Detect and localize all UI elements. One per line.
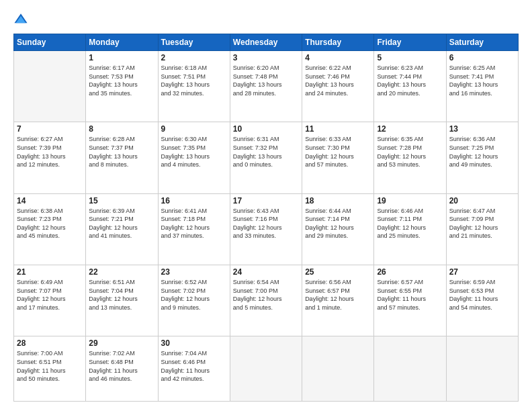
calendar-cell: 10Sunrise: 6:31 AM Sunset: 7:32 PM Dayli…: [230, 122, 302, 193]
day-number: 20: [449, 196, 515, 205]
day-info: Sunrise: 6:57 AM Sunset: 6:55 PM Dayligh…: [377, 278, 443, 312]
day-number: 21: [17, 267, 83, 277]
day-number: 10: [233, 124, 299, 134]
day-info: Sunrise: 6:52 AM Sunset: 7:02 PM Dayligh…: [161, 278, 227, 312]
day-number: 27: [449, 267, 515, 277]
day-info: Sunrise: 6:44 AM Sunset: 7:14 PM Dayligh…: [305, 207, 371, 240]
day-number: 7: [17, 124, 83, 134]
day-info: Sunrise: 6:38 AM Sunset: 7:23 PM Dayligh…: [17, 207, 83, 240]
day-info: Sunrise: 6:56 AM Sunset: 6:57 PM Dayligh…: [305, 278, 371, 312]
calendar-cell: 13Sunrise: 6:36 AM Sunset: 7:25 PM Dayli…: [446, 122, 518, 193]
logo-icon: [13, 12, 28, 27]
calendar-cell: 1Sunrise: 6:17 AM Sunset: 7:53 PM Daylig…: [86, 51, 158, 122]
day-info: Sunrise: 6:18 AM Sunset: 7:51 PM Dayligh…: [161, 64, 227, 97]
calendar-cell: 22Sunrise: 6:51 AM Sunset: 7:04 PM Dayli…: [86, 265, 158, 336]
day-header-friday: Friday: [374, 34, 446, 51]
day-number: 16: [161, 196, 227, 205]
day-info: Sunrise: 6:20 AM Sunset: 7:48 PM Dayligh…: [233, 64, 299, 97]
day-number: 24: [233, 267, 299, 277]
week-row-1: 1Sunrise: 6:17 AM Sunset: 7:53 PM Daylig…: [14, 51, 519, 122]
week-row-5: 28Sunrise: 7:00 AM Sunset: 6:51 PM Dayli…: [14, 336, 519, 402]
calendar-cell: 6Sunrise: 6:25 AM Sunset: 7:41 PM Daylig…: [446, 51, 518, 122]
day-info: Sunrise: 6:47 AM Sunset: 7:09 PM Dayligh…: [449, 207, 515, 240]
day-info: Sunrise: 6:23 AM Sunset: 7:44 PM Dayligh…: [377, 64, 443, 97]
calendar-cell: 12Sunrise: 6:35 AM Sunset: 7:28 PM Dayli…: [374, 122, 446, 193]
calendar-cell: 24Sunrise: 6:54 AM Sunset: 7:00 PM Dayli…: [230, 265, 302, 336]
calendar-cell: 27Sunrise: 6:59 AM Sunset: 6:53 PM Dayli…: [446, 265, 518, 336]
calendar-cell: [446, 336, 518, 402]
calendar: SundayMondayTuesdayWednesdayThursdayFrid…: [13, 34, 519, 402]
calendar-cell: 25Sunrise: 6:56 AM Sunset: 6:57 PM Dayli…: [302, 265, 374, 336]
day-number: 25: [305, 267, 371, 277]
day-number: 1: [89, 53, 154, 62]
day-info: Sunrise: 6:36 AM Sunset: 7:25 PM Dayligh…: [449, 135, 515, 169]
day-info: Sunrise: 6:46 AM Sunset: 7:11 PM Dayligh…: [377, 207, 443, 240]
day-number: 11: [305, 124, 371, 134]
calendar-cell: 26Sunrise: 6:57 AM Sunset: 6:55 PM Dayli…: [374, 265, 446, 336]
calendar-cell: 3Sunrise: 6:20 AM Sunset: 7:48 PM Daylig…: [230, 51, 302, 122]
calendar-cell: 4Sunrise: 6:22 AM Sunset: 7:46 PM Daylig…: [302, 51, 374, 122]
day-info: Sunrise: 6:59 AM Sunset: 6:53 PM Dayligh…: [449, 278, 515, 312]
day-header-thursday: Thursday: [302, 34, 374, 51]
day-number: 29: [89, 338, 154, 348]
calendar-cell: 17Sunrise: 6:43 AM Sunset: 7:16 PM Dayli…: [230, 193, 302, 265]
week-row-3: 14Sunrise: 6:38 AM Sunset: 7:23 PM Dayli…: [14, 193, 519, 265]
day-number: 15: [89, 196, 154, 205]
calendar-cell: 29Sunrise: 7:02 AM Sunset: 6:48 PM Dayli…: [86, 336, 158, 402]
day-info: Sunrise: 6:17 AM Sunset: 7:53 PM Dayligh…: [89, 64, 154, 97]
day-info: Sunrise: 6:27 AM Sunset: 7:39 PM Dayligh…: [17, 135, 83, 169]
calendar-cell: 2Sunrise: 6:18 AM Sunset: 7:51 PM Daylig…: [158, 51, 230, 122]
day-number: 23: [161, 267, 227, 277]
day-number: 12: [377, 124, 443, 134]
day-info: Sunrise: 6:30 AM Sunset: 7:35 PM Dayligh…: [161, 135, 227, 169]
day-info: Sunrise: 6:33 AM Sunset: 7:30 PM Dayligh…: [305, 135, 371, 169]
calendar-cell: 28Sunrise: 7:00 AM Sunset: 6:51 PM Dayli…: [14, 336, 86, 402]
day-header-monday: Monday: [86, 34, 158, 51]
day-info: Sunrise: 6:35 AM Sunset: 7:28 PM Dayligh…: [377, 135, 443, 169]
day-number: 8: [89, 124, 154, 134]
calendar-cell: [230, 336, 302, 402]
day-header-wednesday: Wednesday: [230, 34, 302, 51]
day-info: Sunrise: 6:43 AM Sunset: 7:16 PM Dayligh…: [233, 207, 299, 240]
logo: [13, 12, 31, 27]
calendar-cell: 14Sunrise: 6:38 AM Sunset: 7:23 PM Dayli…: [14, 193, 86, 265]
day-info: Sunrise: 6:51 AM Sunset: 7:04 PM Dayligh…: [89, 278, 154, 312]
calendar-cell: 5Sunrise: 6:23 AM Sunset: 7:44 PM Daylig…: [374, 51, 446, 122]
day-info: Sunrise: 7:02 AM Sunset: 6:48 PM Dayligh…: [89, 349, 154, 383]
header: [13, 12, 519, 27]
day-info: Sunrise: 6:22 AM Sunset: 7:46 PM Dayligh…: [305, 64, 371, 97]
calendar-cell: 11Sunrise: 6:33 AM Sunset: 7:30 PM Dayli…: [302, 122, 374, 193]
day-number: 17: [233, 196, 299, 205]
day-number: 9: [161, 124, 227, 134]
week-row-4: 21Sunrise: 6:49 AM Sunset: 7:07 PM Dayli…: [14, 265, 519, 336]
day-number: 30: [161, 338, 227, 348]
calendar-cell: [374, 336, 446, 402]
day-info: Sunrise: 6:31 AM Sunset: 7:32 PM Dayligh…: [233, 135, 299, 169]
calendar-cell: 19Sunrise: 6:46 AM Sunset: 7:11 PM Dayli…: [374, 193, 446, 265]
day-info: Sunrise: 7:00 AM Sunset: 6:51 PM Dayligh…: [17, 349, 83, 383]
day-number: 13: [449, 124, 515, 134]
day-number: 26: [377, 267, 443, 277]
day-info: Sunrise: 6:54 AM Sunset: 7:00 PM Dayligh…: [233, 278, 299, 312]
day-number: 2: [161, 53, 227, 62]
calendar-cell: 15Sunrise: 6:39 AM Sunset: 7:21 PM Dayli…: [86, 193, 158, 265]
day-number: 5: [377, 53, 443, 62]
page: SundayMondayTuesdayWednesdayThursdayFrid…: [0, 0, 532, 411]
day-header-saturday: Saturday: [446, 34, 518, 51]
calendar-cell: 16Sunrise: 6:41 AM Sunset: 7:18 PM Dayli…: [158, 193, 230, 265]
day-header-tuesday: Tuesday: [158, 34, 230, 51]
calendar-header-row: SundayMondayTuesdayWednesdayThursdayFrid…: [14, 34, 519, 51]
day-number: 4: [305, 53, 371, 62]
day-header-sunday: Sunday: [14, 34, 86, 51]
day-number: 6: [449, 53, 515, 62]
day-number: 28: [17, 338, 83, 348]
week-row-2: 7Sunrise: 6:27 AM Sunset: 7:39 PM Daylig…: [14, 122, 519, 193]
day-number: 18: [305, 196, 371, 205]
calendar-cell: 20Sunrise: 6:47 AM Sunset: 7:09 PM Dayli…: [446, 193, 518, 265]
calendar-cell: 21Sunrise: 6:49 AM Sunset: 7:07 PM Dayli…: [14, 265, 86, 336]
calendar-cell: [302, 336, 374, 402]
calendar-cell: 9Sunrise: 6:30 AM Sunset: 7:35 PM Daylig…: [158, 122, 230, 193]
day-info: Sunrise: 6:39 AM Sunset: 7:21 PM Dayligh…: [89, 207, 154, 240]
day-number: 19: [377, 196, 443, 205]
day-number: 22: [89, 267, 154, 277]
